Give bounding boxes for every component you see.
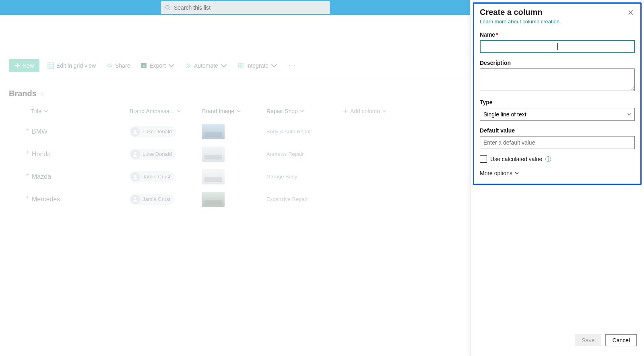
search-input[interactable] bbox=[174, 4, 326, 11]
chevron-down-icon bbox=[382, 109, 386, 113]
share-label: Share bbox=[115, 62, 130, 69]
column-header-repair[interactable]: Repair Shop bbox=[266, 108, 343, 114]
person-chip[interactable]: Jamie Crust bbox=[130, 194, 174, 205]
panel-footer: Save Cancel bbox=[471, 332, 644, 356]
svg-text:X: X bbox=[142, 64, 145, 68]
svg-rect-11 bbox=[241, 66, 243, 68]
search-icon bbox=[165, 5, 171, 10]
chevron-down-icon bbox=[515, 171, 519, 175]
svg-rect-8 bbox=[238, 63, 240, 65]
person-name: Luke Donald bbox=[142, 128, 172, 135]
automate-button[interactable]: Automate bbox=[183, 61, 229, 70]
person-chip[interactable]: Luke Donald bbox=[130, 149, 176, 160]
avatar-icon bbox=[130, 149, 140, 159]
export-button[interactable]: X Export bbox=[138, 61, 177, 70]
person-chip[interactable]: Jamie Crust bbox=[130, 171, 174, 182]
description-input[interactable] bbox=[480, 68, 635, 91]
excel-icon: X bbox=[140, 62, 147, 69]
list-title: Brands bbox=[9, 89, 37, 98]
share-icon bbox=[106, 62, 113, 69]
export-label: Export bbox=[149, 62, 165, 69]
column-header-image[interactable]: Brand Image bbox=[202, 108, 266, 114]
new-item-indicator-icon: ✦ bbox=[26, 172, 29, 177]
chevron-down-icon bbox=[627, 112, 631, 116]
row-title: Honda bbox=[31, 151, 51, 158]
type-field-label: Type bbox=[480, 99, 635, 106]
new-button-label: New bbox=[23, 62, 34, 69]
calculated-value-checkbox-row: Use calculated value i bbox=[480, 155, 635, 163]
new-item-indicator-icon: ✦ bbox=[26, 195, 29, 199]
more-options-toggle[interactable]: More options bbox=[480, 170, 635, 176]
repair-shop-value: Expensive Repair bbox=[266, 196, 308, 202]
chevron-down-icon bbox=[168, 62, 175, 69]
default-value-field-label: Default value bbox=[480, 127, 635, 134]
integrate-button[interactable]: Integrate bbox=[235, 61, 280, 70]
svg-point-15 bbox=[134, 197, 136, 199]
name-field-label: Name* bbox=[480, 31, 635, 38]
image-thumbnail[interactable] bbox=[202, 192, 225, 207]
calculated-value-label: Use calculated value bbox=[490, 156, 542, 162]
column-header-title[interactable]: Title bbox=[9, 108, 130, 114]
row-title: Mazda bbox=[31, 173, 51, 180]
save-button[interactable]: Save bbox=[575, 334, 601, 346]
column-header-repair-label: Repair Shop bbox=[266, 108, 298, 114]
learn-more-link[interactable]: Learn more about column creation. bbox=[480, 19, 561, 25]
chevron-down-icon bbox=[271, 62, 277, 69]
panel-highlight-box: Create a column Learn more about column … bbox=[473, 2, 642, 185]
image-thumbnail[interactable] bbox=[202, 124, 225, 139]
add-column-button[interactable]: Add column bbox=[343, 108, 407, 114]
chevron-down-icon bbox=[300, 109, 304, 113]
close-panel-button[interactable] bbox=[627, 8, 635, 17]
type-select-value: Single line of text bbox=[483, 111, 526, 118]
search-box[interactable] bbox=[161, 1, 330, 14]
chevron-down-icon bbox=[44, 109, 48, 113]
automate-label: Automate bbox=[194, 62, 218, 69]
repair-shop-value: Andrews Repair bbox=[266, 151, 304, 157]
integrate-label: Integrate bbox=[246, 62, 268, 69]
default-value-input[interactable] bbox=[480, 136, 635, 149]
column-header-title-label: Title bbox=[31, 108, 41, 114]
avatar-icon bbox=[130, 127, 140, 137]
more-options-label: More options bbox=[480, 170, 512, 176]
type-select[interactable]: Single line of text bbox=[480, 108, 635, 121]
image-thumbnail[interactable] bbox=[202, 169, 225, 184]
person-name: Jamie Crust bbox=[142, 174, 170, 180]
create-column-panel: Create a column Learn more about column … bbox=[470, 0, 644, 356]
plus-icon bbox=[14, 63, 20, 68]
svg-point-14 bbox=[134, 174, 136, 176]
add-column-label: Add column bbox=[350, 108, 380, 114]
integrate-icon bbox=[237, 62, 244, 69]
column-header-ambassador-label: Brand Ambassa... bbox=[130, 108, 174, 114]
svg-line-1 bbox=[169, 8, 171, 10]
cancel-button[interactable]: Cancel bbox=[605, 334, 637, 346]
person-name: Jamie Crust bbox=[142, 196, 170, 202]
avatar-icon bbox=[130, 172, 140, 182]
flow-icon bbox=[185, 62, 192, 69]
repair-shop-value: Body & Auto Repair bbox=[266, 128, 312, 135]
info-icon[interactable]: i bbox=[545, 156, 551, 162]
chevron-down-icon bbox=[237, 109, 241, 113]
svg-point-0 bbox=[166, 5, 169, 9]
svg-rect-9 bbox=[241, 63, 243, 65]
row-title: Mercedes bbox=[31, 196, 60, 203]
repair-shop-value: Garage Body bbox=[266, 174, 297, 180]
image-thumbnail[interactable] bbox=[202, 147, 225, 162]
edit-grid-view-button[interactable]: Edit in grid view bbox=[45, 61, 98, 70]
person-chip[interactable]: Luke Donald bbox=[130, 126, 176, 137]
row-title: BMW bbox=[31, 128, 47, 135]
favorite-star-icon[interactable]: ☆ bbox=[40, 90, 45, 97]
svg-rect-10 bbox=[238, 66, 240, 68]
edit-grid-view-label: Edit in grid view bbox=[56, 62, 96, 69]
column-header-ambassador[interactable]: Brand Ambassa... bbox=[130, 108, 202, 114]
svg-point-12 bbox=[134, 129, 136, 131]
new-button[interactable]: New bbox=[9, 59, 39, 72]
svg-point-13 bbox=[134, 152, 136, 154]
avatar-icon bbox=[130, 195, 140, 204]
calculated-value-checkbox[interactable] bbox=[480, 155, 487, 163]
more-commands-button[interactable]: ··· bbox=[285, 62, 299, 69]
share-button[interactable]: Share bbox=[104, 61, 132, 70]
plus-icon bbox=[343, 109, 348, 114]
close-icon bbox=[628, 10, 634, 15]
grid-icon bbox=[47, 62, 54, 69]
new-item-indicator-icon: ✦ bbox=[26, 127, 29, 132]
